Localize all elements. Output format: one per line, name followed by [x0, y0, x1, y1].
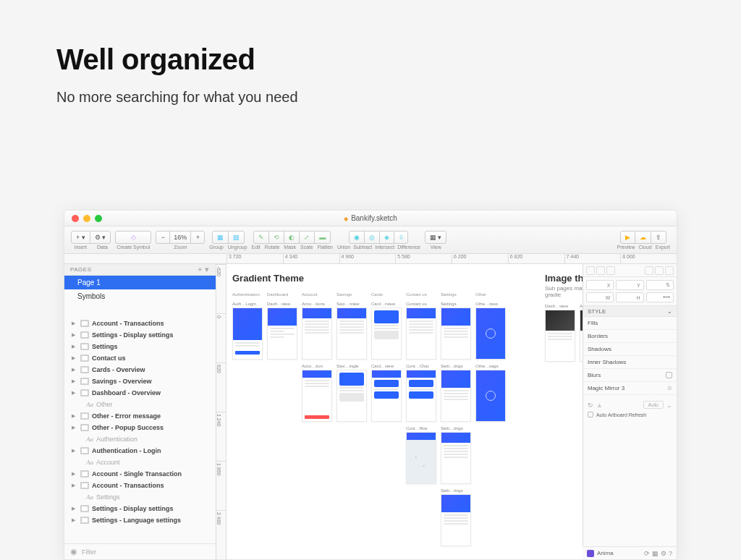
ratio-field[interactable]: ⟷	[646, 292, 674, 302]
h-field[interactable]: H	[616, 292, 643, 302]
rotate-button[interactable]: ⟲	[268, 231, 284, 244]
artboard-label: Acco…tion	[302, 364, 332, 368]
hero-subtitle: No more searching for what you need	[56, 89, 685, 106]
artboard[interactable]	[371, 370, 402, 422]
refresh-icon[interactable]: ↻	[588, 402, 593, 409]
align-icon[interactable]	[665, 266, 674, 275]
flatten-button[interactable]: ▬	[314, 231, 331, 244]
artboard[interactable]	[371, 307, 402, 360]
gear-icon[interactable]: ⚙	[661, 550, 666, 557]
artboard[interactable]	[441, 432, 471, 484]
export-button[interactable]: ⇧	[651, 231, 666, 244]
layer-item[interactable]: ▶Settings - Language settings	[64, 514, 216, 526]
union-button[interactable]: ◉	[349, 231, 365, 244]
layer-item[interactable]: ▶Settings	[64, 341, 216, 352]
layer-item[interactable]: ▶Settings - Display settings	[64, 329, 216, 341]
intersect-button[interactable]: ◈	[379, 231, 394, 244]
artboard[interactable]	[406, 432, 436, 484]
category-label: Dashboard	[267, 292, 297, 297]
fills-row[interactable]: Fills	[583, 317, 677, 330]
titlebar: Bankify.sketch	[64, 211, 677, 226]
group-button[interactable]: ▦	[212, 231, 229, 244]
inner-shadows-row[interactable]: Inner Shadows	[583, 356, 677, 369]
category-label: Account	[302, 292, 332, 297]
blurs-row[interactable]: Blurs	[583, 369, 677, 382]
y-field[interactable]: Y	[616, 280, 643, 290]
eye-icon[interactable]: ◉	[70, 547, 77, 556]
layer-item[interactable]: ▶Other - Popup Success	[64, 422, 216, 433]
artboard[interactable]	[441, 370, 471, 422]
artboard[interactable]	[302, 307, 332, 360]
auto-refresh-label[interactable]: Auto Artboard Refresh	[596, 412, 646, 417]
artboard[interactable]	[302, 370, 332, 422]
image-theme-sub: Sub pages may use gradie	[545, 285, 583, 298]
layer-item[interactable]: ▶Account - Transactions	[64, 318, 216, 329]
zoom-value[interactable]: 16%	[169, 231, 191, 244]
insert-button[interactable]: + ▾	[71, 231, 90, 244]
borders-row[interactable]: Borders	[583, 330, 677, 343]
preview-button[interactable]: ▶	[620, 231, 635, 244]
cloud-button[interactable]: ☁	[635, 231, 651, 244]
w-field[interactable]: W	[586, 292, 614, 302]
align-icon[interactable]	[606, 266, 615, 275]
difference-button[interactable]: ◊	[394, 231, 408, 244]
x-field[interactable]: X	[586, 280, 614, 290]
layer-item[interactable]: ▶Settings - Display settings	[64, 503, 216, 514]
artboard[interactable]	[406, 307, 436, 360]
align-icon[interactable]	[596, 266, 605, 275]
artboard-label: Othe…cess	[475, 302, 506, 306]
align-icon[interactable]	[645, 266, 653, 275]
data-button[interactable]: ⚙ ▾	[90, 231, 111, 244]
lock-field[interactable]: ⇅	[646, 280, 674, 290]
canvas[interactable]: -62006201 2401 8602 480 Gradient Theme A…	[216, 264, 583, 559]
align-icon[interactable]	[586, 266, 595, 275]
edit-button[interactable]: ✎	[253, 231, 269, 244]
zoom-out-button[interactable]: −	[156, 231, 170, 244]
artboard[interactable]	[232, 307, 263, 360]
layer-item[interactable]: ▶Dashboard - Overview	[64, 387, 216, 399]
maximize-icon[interactable]	[95, 215, 102, 222]
artboard[interactable]	[336, 370, 367, 422]
subtract-button[interactable]: ◎	[364, 231, 380, 244]
artboard[interactable]	[441, 494, 471, 546]
layer-item[interactable]: ▶Account - Transactions	[64, 480, 216, 491]
toolbar: + ▾ ⚙ ▾ Insert Data ◇ Create Symbol − 16…	[64, 226, 677, 254]
view-button[interactable]: ▦ ▾	[425, 231, 447, 244]
layout-icon[interactable]: ▦	[652, 550, 659, 557]
align-icon[interactable]	[655, 266, 664, 275]
layer-item[interactable]: ▶Authentication - Login	[64, 445, 216, 457]
ungroup-label: Ungroup	[228, 245, 247, 250]
shadows-row[interactable]: Shadows	[583, 343, 677, 356]
layer-item[interactable]: ▶Other - Error message	[64, 410, 216, 422]
artboard[interactable]	[545, 310, 575, 362]
scale-button[interactable]: ⤢	[299, 231, 315, 244]
layer-item[interactable]: ▶Cards - Overview	[64, 364, 216, 376]
layer-item[interactable]: ▶Contact us	[64, 352, 216, 364]
create-symbol-button[interactable]: ◇	[115, 231, 151, 244]
zoom-in-button[interactable]: +	[190, 231, 205, 244]
sync-icon[interactable]: ⟳	[644, 550, 650, 557]
artboard[interactable]	[336, 307, 367, 360]
artboard[interactable]	[406, 370, 436, 422]
page-item[interactable]: Page 1	[64, 276, 216, 289]
artboard[interactable]	[475, 307, 506, 360]
add-page-icon[interactable]: + ▾	[198, 265, 210, 274]
mountain-icon[interactable]: ▲	[596, 402, 603, 409]
minimize-icon[interactable]	[83, 215, 90, 222]
artboard[interactable]	[441, 307, 471, 360]
artboard[interactable]	[267, 307, 297, 360]
artboard[interactable]	[475, 370, 506, 422]
dropdown[interactable]: Auto	[643, 401, 664, 409]
filter-input[interactable]: ◉ Filter	[64, 543, 216, 559]
layer-item[interactable]: ▶Savings - Overview	[64, 376, 216, 387]
style-header[interactable]: STYLE⌄	[583, 305, 677, 317]
page-item[interactable]: Symbols	[64, 289, 216, 303]
layers-panel: PAGES + ▾ Page 1 Symbols ▶Account - Tran…	[64, 264, 216, 559]
artboard[interactable]	[580, 310, 583, 362]
help-icon[interactable]: ?	[669, 550, 672, 557]
close-icon[interactable]	[72, 215, 79, 222]
layer-item[interactable]: ▶Account - Single Transaction	[64, 468, 216, 480]
mask-button[interactable]: ◐	[284, 231, 300, 244]
ungroup-button[interactable]: ▧	[228, 231, 245, 244]
magic-mirror-row[interactable]: Magic Mirror 3⊘	[583, 382, 677, 395]
